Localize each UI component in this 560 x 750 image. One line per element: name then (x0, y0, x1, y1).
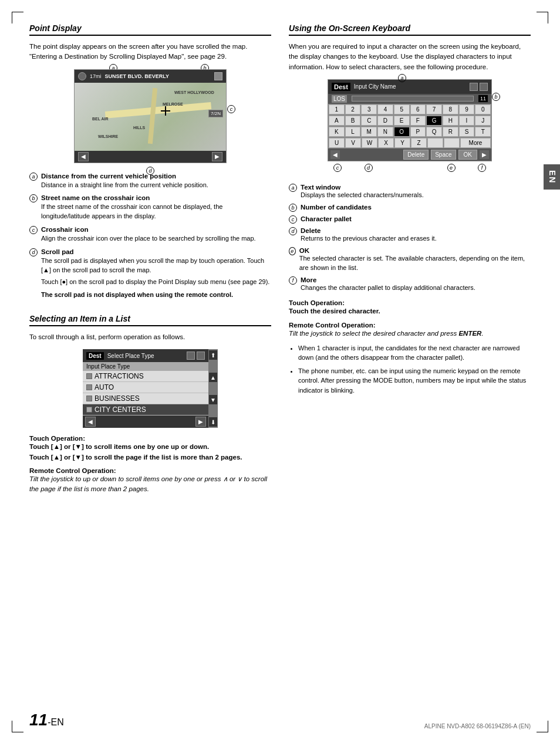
kb-key-R[interactable]: R (443, 127, 458, 137)
kb-key-P[interactable]: P (410, 127, 426, 137)
kb-key-3[interactable]: 3 (361, 104, 377, 114)
list-row-selected[interactable]: CITY CENTERS (83, 404, 208, 415)
kb-input-label: Input City Name (354, 83, 466, 90)
footer-info: ALPINE NVD-A802 68-06194Z86-A (EN) (424, 723, 531, 729)
map-back-btn[interactable]: ◀ (78, 152, 89, 161)
kb-key-O[interactable]: O (394, 127, 410, 137)
kb-key-N[interactable]: N (377, 127, 393, 137)
scroll-down-bottom[interactable]: ⬇ (209, 417, 217, 427)
point-display-intro: The point display appears on the screen … (29, 42, 271, 62)
kb-key-D[interactable]: D (377, 116, 393, 126)
circle-kb-e: e (447, 164, 456, 172)
kb-key-J[interactable]: J (475, 116, 491, 126)
map-diagram: a b c 17mi SUNSET (74, 69, 227, 163)
kb-fwd-btn[interactable]: ▶ (480, 150, 489, 159)
desc-content-d: Scroll pad The scroll pad is displayed w… (41, 248, 271, 300)
kb-header: Dest Input City Name (328, 80, 491, 94)
kb-key-E[interactable]: E (394, 116, 410, 126)
list-row[interactable]: AUTO (83, 382, 208, 393)
list-row[interactable]: ATTRACTIONS (83, 371, 208, 382)
desc-content-c: Crosshair icon Align the crosshair icon … (41, 226, 271, 244)
dest-tag: Dest (86, 352, 104, 360)
desc-text-b: If the street name of the crosshair icon… (41, 202, 271, 221)
kb-key-K[interactable]: K (329, 127, 345, 137)
page-num-value: 11-EN (29, 711, 64, 729)
desc-label-d: d (29, 248, 38, 256)
list-fwd-btn[interactable]: ▶ (195, 417, 206, 427)
kb-key-7[interactable]: 7 (426, 104, 442, 114)
kb-key-M[interactable]: M (361, 127, 377, 137)
kb-key-L[interactable]: L (345, 127, 361, 137)
scroll-down[interactable]: ▼ (209, 395, 217, 404)
header-icons (187, 352, 205, 360)
kb-key-5[interactable]: 5 (394, 104, 410, 114)
kb-desc-content-f: More Changes the character pallet to dis… (301, 276, 475, 293)
point-display-desc-list: a Distance from the current vehicle posi… (29, 173, 271, 300)
kb-desc-label-a: a (289, 184, 297, 192)
kb-key-2[interactable]: 2 (345, 104, 361, 114)
list-back-btn[interactable]: ◀ (85, 417, 96, 427)
kb-key-Z[interactable]: Z (411, 138, 427, 148)
desc-content-a: Distance from the current vehicle positi… (41, 173, 271, 190)
kb-key-B[interactable]: B (345, 116, 361, 126)
kb-key-sp2[interactable] (444, 138, 460, 148)
kb-key-sp1[interactable] (427, 138, 443, 148)
kb-desc-label-b: b (289, 204, 297, 212)
kb-key-A[interactable]: A (329, 116, 345, 126)
kb-key-I[interactable]: I (459, 116, 475, 126)
kb-row-u-z: U V W X Y Z More (328, 137, 491, 148)
scroll-up[interactable]: ▲ (209, 373, 217, 382)
kb-key-S[interactable]: S (459, 127, 475, 137)
kb-input-field (352, 96, 474, 102)
kb-key-0[interactable]: 0 (475, 104, 491, 114)
kb-key-U[interactable]: U (329, 138, 345, 148)
kb-key-1[interactable]: 1 (329, 104, 345, 114)
kb-desc-content-c: Character pallet (301, 215, 352, 222)
kb-key-V[interactable]: V (345, 138, 361, 148)
kb-delete-btn[interactable]: Delete (403, 150, 429, 160)
kb-touch-body: Touch the desired character. (289, 306, 531, 316)
kb-key-F[interactable]: F (410, 116, 426, 126)
kb-back-btn[interactable]: ◀ (330, 150, 340, 159)
header-icon-1 (187, 352, 195, 360)
list-row[interactable]: BUSINESSES (83, 393, 208, 404)
kb-key-Q[interactable]: Q (426, 127, 442, 137)
map-fwd-btn[interactable]: ▶ (212, 152, 222, 161)
kb-key-W[interactable]: W (362, 138, 377, 148)
kb-key-H[interactable]: H (443, 116, 458, 126)
kb-key-X[interactable]: X (378, 138, 394, 148)
kb-key-4[interactable]: 4 (377, 104, 393, 114)
kb-key-6[interactable]: 6 (410, 104, 426, 114)
kb-desc-title-a: Text window (301, 184, 424, 191)
kb-key-more[interactable]: More (460, 138, 491, 148)
kb-row-numbers: 1 2 3 4 5 6 7 8 9 0 (328, 104, 491, 115)
desc-text-c: Align the crosshair icon over the place … (41, 234, 271, 244)
kb-key-G[interactable]: G (426, 116, 442, 126)
kb-desc-content-a: Text window Displays the selected charac… (301, 184, 424, 200)
row-icon (86, 396, 92, 401)
kb-num-badge: 11 (478, 95, 488, 102)
keyboard-title: Using the On-Screen Keyboard (289, 23, 531, 36)
circle-d: d (146, 167, 154, 175)
map-label-bel-air: BEL AIR (92, 117, 109, 121)
list-items: ATTRACTIONS AUTO BUSINESSES (83, 371, 208, 415)
list-item-2: AUTO (95, 383, 114, 391)
kb-space-btn[interactable]: Space (431, 150, 456, 160)
kb-desc-title-e: OK (299, 247, 531, 254)
kb-key-C[interactable]: C (361, 116, 377, 126)
kb-los-tag: LOS (332, 95, 347, 103)
kb-ok-btn[interactable]: OK (458, 150, 477, 160)
scroll-up-top[interactable]: ⬆ (209, 350, 217, 360)
kb-key-Y[interactable]: Y (394, 138, 410, 148)
kb-key-T[interactable]: T (475, 127, 491, 137)
kb-bullet-list: When 1 character is input, the candidate… (298, 343, 531, 396)
kb-key-8[interactable]: 8 (443, 104, 458, 114)
kb-desc-d: d Delete Returns to the previous charact… (289, 227, 531, 244)
kb-key-9[interactable]: 9 (459, 104, 475, 114)
kb-dest-tag: Dest (332, 83, 350, 91)
map-label-melrose: MELROSE (163, 102, 183, 106)
kb-desc-label-d: d (289, 227, 297, 235)
kb-desc-a: a Text window Displays the selected char… (289, 184, 531, 200)
kb-desc-title-b: Number of candidates (301, 204, 372, 211)
map-grid-icon (214, 72, 222, 80)
